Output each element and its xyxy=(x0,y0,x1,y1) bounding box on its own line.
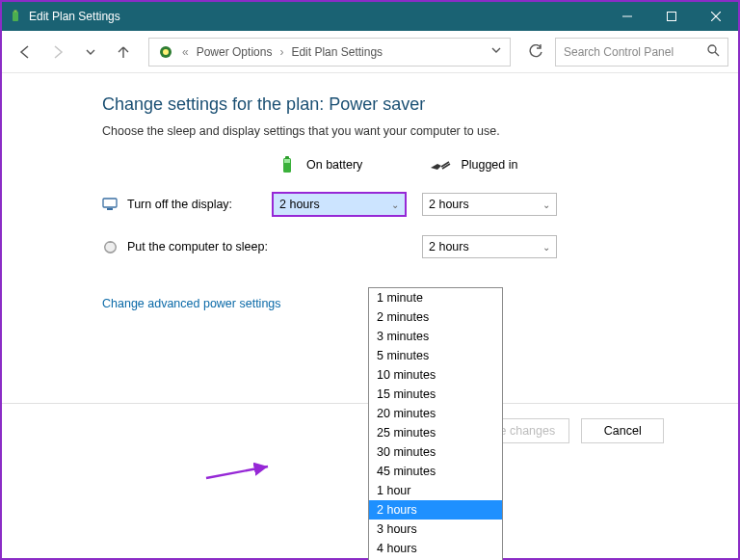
sleep-plugged-value: 2 hours xyxy=(429,240,469,253)
breadcrumb-power-options[interactable]: Power Options xyxy=(197,45,273,59)
dropdown-option[interactable]: 3 hours xyxy=(369,520,502,539)
svg-rect-11 xyxy=(285,156,289,159)
display-battery-value: 2 hours xyxy=(279,198,320,211)
cancel-button[interactable]: Cancel xyxy=(581,418,664,443)
chevron-right-icon: › xyxy=(279,45,283,59)
advanced-power-settings-link[interactable]: Change advanced power settings xyxy=(102,297,281,310)
svg-rect-16 xyxy=(107,208,113,210)
chevron-left-icon: « xyxy=(182,45,189,59)
search-icon xyxy=(707,44,720,60)
breadcrumb-edit-plan[interactable]: Edit Plan Settings xyxy=(291,45,383,59)
column-battery-label: On battery xyxy=(306,158,362,172)
display-plugged-select[interactable]: 2 hours ⌄ xyxy=(422,193,557,216)
back-button[interactable] xyxy=(12,39,39,66)
dropdown-option[interactable]: 2 hours xyxy=(369,500,502,520)
window-title: Edit Plan Settings xyxy=(29,10,605,23)
address-dropdown-icon[interactable] xyxy=(490,44,502,59)
column-header-plugged: Plugged in xyxy=(430,155,517,174)
row-sleep: Put the computer to sleep: 2 hours ⌄ xyxy=(102,232,738,261)
dropdown-option[interactable]: 4 hours xyxy=(369,539,502,558)
recent-dropdown-button[interactable] xyxy=(77,39,104,66)
forward-button[interactable] xyxy=(44,39,71,66)
dropdown-option[interactable]: 25 minutes xyxy=(369,423,502,442)
minimize-button[interactable] xyxy=(605,2,649,31)
dropdown-option[interactable]: 30 minutes xyxy=(369,442,502,462)
svg-point-7 xyxy=(163,49,169,55)
display-icon xyxy=(102,197,118,212)
sleep-icon xyxy=(102,239,118,254)
display-row-label: Turn off the display: xyxy=(127,198,272,211)
dropdown-option[interactable]: 3 minutes xyxy=(369,327,502,346)
svg-rect-3 xyxy=(668,13,676,21)
sleep-row-label: Put the computer to sleep: xyxy=(127,240,272,253)
chevron-down-icon: ⌄ xyxy=(542,200,550,210)
dropdown-option[interactable]: 2 minutes xyxy=(369,307,502,327)
maximize-button[interactable] xyxy=(649,2,694,31)
annotation-arrow xyxy=(204,463,272,482)
dropdown-option[interactable]: 1 minute xyxy=(369,288,502,307)
column-header-battery: On battery xyxy=(278,155,362,174)
search-placeholder: Search Control Panel xyxy=(564,45,707,59)
page-subtext: Choose the sleep and display settings th… xyxy=(102,124,738,138)
power-plan-icon xyxy=(157,43,174,61)
dropdown-option[interactable]: 5 minutes xyxy=(369,346,502,365)
time-options-dropdown[interactable]: 1 minute2 minutes3 minutes5 minutes10 mi… xyxy=(368,287,503,560)
up-button[interactable] xyxy=(110,39,137,66)
app-icon xyxy=(8,9,23,24)
display-battery-select[interactable]: 2 hours ⌄ xyxy=(272,192,407,217)
dropdown-option[interactable]: 45 minutes xyxy=(369,462,502,481)
address-bar[interactable]: « Power Options › Edit Plan Settings xyxy=(148,38,511,67)
close-button[interactable] xyxy=(694,2,738,31)
chevron-down-icon: ⌄ xyxy=(391,200,399,210)
refresh-button[interactable] xyxy=(522,39,549,66)
dropdown-option[interactable]: 20 minutes xyxy=(369,404,502,423)
nav-bar: « Power Options › Edit Plan Settings Sea… xyxy=(2,31,738,73)
search-input[interactable]: Search Control Panel xyxy=(555,38,728,67)
dropdown-option[interactable]: 15 minutes xyxy=(369,385,502,404)
row-turn-off-display: Turn off the display: 2 hours ⌄ 2 hours … xyxy=(102,190,738,219)
svg-rect-0 xyxy=(13,12,18,21)
svg-line-9 xyxy=(715,52,719,56)
svg-point-8 xyxy=(708,45,716,53)
display-plugged-value: 2 hours xyxy=(429,198,469,211)
dropdown-option[interactable]: 1 hour xyxy=(369,481,502,500)
svg-rect-15 xyxy=(103,199,117,207)
sleep-plugged-select[interactable]: 2 hours ⌄ xyxy=(422,235,557,258)
title-bar: Edit Plan Settings xyxy=(2,2,738,31)
svg-rect-1 xyxy=(14,11,17,13)
chevron-down-icon: ⌄ xyxy=(542,242,550,253)
battery-icon xyxy=(278,155,297,174)
page-heading: Change settings for the plan: Power save… xyxy=(102,94,738,115)
svg-rect-12 xyxy=(284,159,290,163)
svg-line-18 xyxy=(206,467,268,478)
dropdown-option[interactable]: 10 minutes xyxy=(369,365,502,385)
plug-icon xyxy=(430,158,451,172)
cancel-button-label: Cancel xyxy=(604,424,642,438)
column-plugged-label: Plugged in xyxy=(461,158,517,172)
